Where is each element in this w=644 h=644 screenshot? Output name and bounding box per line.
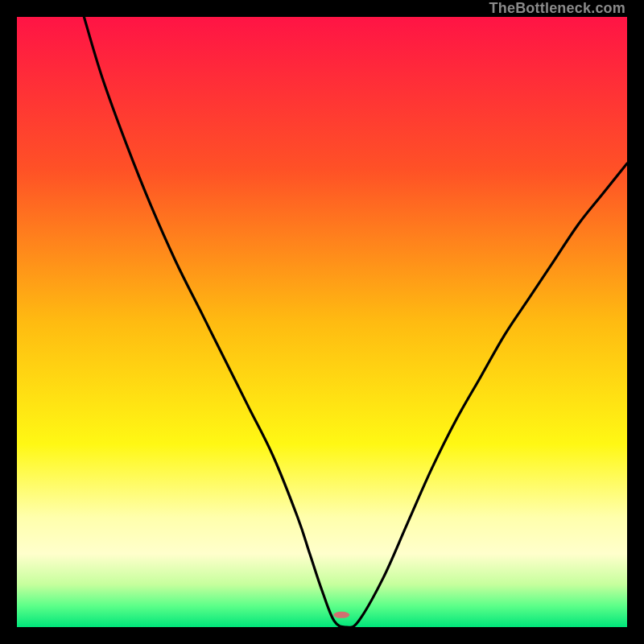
chart-frame: TheBottleneck.com <box>0 0 644 644</box>
gradient-background <box>17 17 627 627</box>
gradient-plot <box>17 17 627 627</box>
optimal-point-marker <box>333 612 349 618</box>
plot-area <box>17 17 627 627</box>
watermark-label: TheBottleneck.com <box>489 0 625 17</box>
